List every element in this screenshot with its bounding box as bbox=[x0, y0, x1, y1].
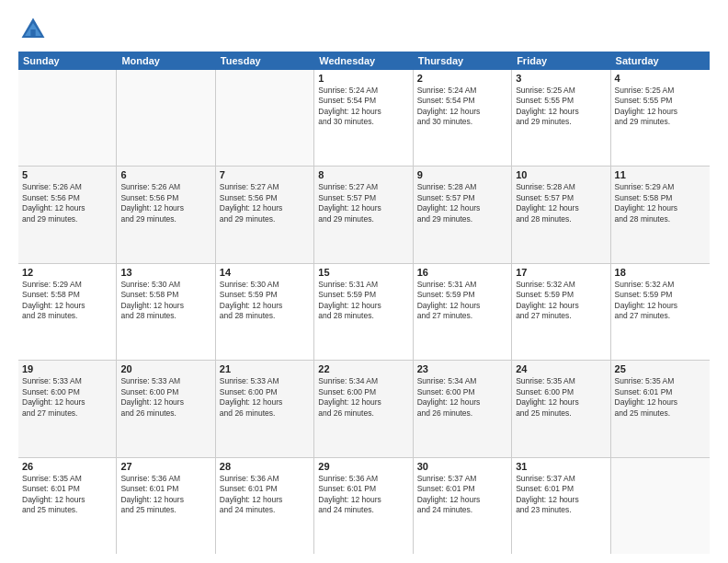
calendar-cell: 17Sunrise: 5:32 AM Sunset: 5:59 PM Dayli… bbox=[512, 264, 610, 360]
calendar-cell: 13Sunrise: 5:30 AM Sunset: 5:58 PM Dayli… bbox=[117, 264, 215, 360]
day-info: Sunrise: 5:28 AM Sunset: 5:57 PM Dayligh… bbox=[417, 182, 507, 224]
day-info: Sunrise: 5:37 AM Sunset: 6:01 PM Dayligh… bbox=[417, 474, 507, 516]
calendar-body: 1Sunrise: 5:24 AM Sunset: 5:54 PM Daylig… bbox=[18, 70, 710, 554]
day-number: 26 bbox=[22, 461, 112, 472]
day-info: Sunrise: 5:33 AM Sunset: 6:00 PM Dayligh… bbox=[220, 376, 310, 419]
day-number: 25 bbox=[615, 363, 706, 374]
header-thursday: Thursday bbox=[414, 52, 512, 70]
day-info: Sunrise: 5:36 AM Sunset: 6:01 PM Dayligh… bbox=[318, 474, 408, 516]
calendar-cell: 10Sunrise: 5:28 AM Sunset: 5:57 PM Dayli… bbox=[512, 167, 610, 262]
calendar-cell: 6Sunrise: 5:26 AM Sunset: 5:56 PM Daylig… bbox=[117, 167, 215, 262]
calendar-cell: 15Sunrise: 5:31 AM Sunset: 5:59 PM Dayli… bbox=[314, 264, 413, 360]
calendar-cell: 1Sunrise: 5:24 AM Sunset: 5:54 PM Daylig… bbox=[314, 70, 413, 166]
day-info: Sunrise: 5:27 AM Sunset: 5:56 PM Dayligh… bbox=[220, 182, 310, 224]
header-monday: Monday bbox=[117, 52, 215, 70]
day-info: Sunrise: 5:33 AM Sunset: 6:00 PM Dayligh… bbox=[120, 376, 210, 419]
calendar-cell: 27Sunrise: 5:36 AM Sunset: 6:01 PM Dayli… bbox=[117, 458, 215, 554]
day-number: 24 bbox=[516, 363, 606, 374]
calendar-cell: 14Sunrise: 5:30 AM Sunset: 5:59 PM Dayli… bbox=[216, 264, 314, 360]
day-info: Sunrise: 5:35 AM Sunset: 6:01 PM Dayligh… bbox=[22, 474, 112, 516]
day-number: 27 bbox=[120, 461, 210, 472]
calendar-cell: 12Sunrise: 5:29 AM Sunset: 5:58 PM Dayli… bbox=[18, 264, 117, 360]
calendar-cell: 23Sunrise: 5:34 AM Sunset: 6:00 PM Dayli… bbox=[414, 361, 512, 456]
day-info: Sunrise: 5:37 AM Sunset: 6:01 PM Dayligh… bbox=[516, 474, 606, 516]
day-number: 1 bbox=[318, 73, 408, 84]
day-number: 10 bbox=[516, 169, 606, 180]
calendar-week-3: 12Sunrise: 5:29 AM Sunset: 5:58 PM Dayli… bbox=[18, 264, 710, 361]
day-number: 15 bbox=[318, 267, 408, 278]
day-number: 22 bbox=[318, 363, 408, 374]
header-wednesday: Wednesday bbox=[314, 52, 413, 70]
day-info: Sunrise: 5:34 AM Sunset: 6:00 PM Dayligh… bbox=[318, 376, 408, 419]
calendar-cell: 28Sunrise: 5:36 AM Sunset: 6:01 PM Dayli… bbox=[216, 458, 314, 554]
day-number: 11 bbox=[615, 169, 706, 180]
day-info: Sunrise: 5:32 AM Sunset: 5:59 PM Dayligh… bbox=[516, 280, 606, 322]
calendar-cell: 11Sunrise: 5:29 AM Sunset: 5:58 PM Dayli… bbox=[611, 167, 710, 262]
day-number: 20 bbox=[120, 363, 210, 374]
calendar-cell: 16Sunrise: 5:31 AM Sunset: 5:59 PM Dayli… bbox=[414, 264, 512, 360]
day-info: Sunrise: 5:24 AM Sunset: 5:54 PM Dayligh… bbox=[318, 86, 408, 128]
day-number: 5 bbox=[22, 169, 112, 180]
calendar: Sunday Monday Tuesday Wednesday Thursday… bbox=[18, 52, 710, 554]
calendar-cell bbox=[18, 70, 117, 166]
logo bbox=[18, 15, 51, 44]
day-info: Sunrise: 5:34 AM Sunset: 6:00 PM Dayligh… bbox=[417, 376, 507, 419]
calendar-cell bbox=[216, 70, 314, 166]
calendar-header: Sunday Monday Tuesday Wednesday Thursday… bbox=[18, 52, 710, 70]
header-sunday: Sunday bbox=[18, 52, 117, 70]
header bbox=[18, 15, 710, 44]
day-info: Sunrise: 5:25 AM Sunset: 5:55 PM Dayligh… bbox=[615, 86, 706, 128]
day-number: 31 bbox=[516, 461, 606, 472]
day-number: 29 bbox=[318, 461, 408, 472]
calendar-cell: 24Sunrise: 5:35 AM Sunset: 6:00 PM Dayli… bbox=[512, 361, 610, 456]
header-friday: Friday bbox=[512, 52, 610, 70]
calendar-cell: 22Sunrise: 5:34 AM Sunset: 6:00 PM Dayli… bbox=[314, 361, 413, 456]
day-number: 19 bbox=[22, 363, 112, 374]
day-number: 14 bbox=[220, 267, 310, 278]
day-number: 16 bbox=[417, 267, 507, 278]
day-info: Sunrise: 5:25 AM Sunset: 5:55 PM Dayligh… bbox=[516, 86, 606, 128]
day-info: Sunrise: 5:27 AM Sunset: 5:57 PM Dayligh… bbox=[318, 182, 408, 224]
calendar-week-1: 1Sunrise: 5:24 AM Sunset: 5:54 PM Daylig… bbox=[18, 70, 710, 167]
calendar-cell: 19Sunrise: 5:33 AM Sunset: 6:00 PM Dayli… bbox=[18, 361, 117, 456]
day-info: Sunrise: 5:30 AM Sunset: 5:58 PM Dayligh… bbox=[120, 280, 210, 322]
calendar-cell: 31Sunrise: 5:37 AM Sunset: 6:01 PM Dayli… bbox=[512, 458, 610, 554]
calendar-cell: 3Sunrise: 5:25 AM Sunset: 5:55 PM Daylig… bbox=[512, 70, 610, 166]
day-number: 30 bbox=[417, 461, 507, 472]
calendar-week-4: 19Sunrise: 5:33 AM Sunset: 6:00 PM Dayli… bbox=[18, 361, 710, 457]
calendar-cell: 4Sunrise: 5:25 AM Sunset: 5:55 PM Daylig… bbox=[611, 70, 710, 166]
day-number: 12 bbox=[22, 267, 112, 278]
calendar-cell: 5Sunrise: 5:26 AM Sunset: 5:56 PM Daylig… bbox=[18, 167, 117, 262]
calendar-cell bbox=[611, 458, 710, 554]
header-tuesday: Tuesday bbox=[216, 52, 314, 70]
calendar-cell: 7Sunrise: 5:27 AM Sunset: 5:56 PM Daylig… bbox=[216, 167, 314, 262]
day-info: Sunrise: 5:31 AM Sunset: 5:59 PM Dayligh… bbox=[318, 280, 408, 322]
day-info: Sunrise: 5:30 AM Sunset: 5:59 PM Dayligh… bbox=[220, 280, 310, 322]
day-info: Sunrise: 5:28 AM Sunset: 5:57 PM Dayligh… bbox=[516, 182, 606, 224]
day-number: 7 bbox=[220, 169, 310, 180]
logo-icon bbox=[18, 15, 48, 44]
svg-rect-2 bbox=[30, 29, 35, 38]
day-number: 8 bbox=[318, 169, 408, 180]
calendar-cell: 25Sunrise: 5:35 AM Sunset: 6:01 PM Dayli… bbox=[611, 361, 710, 456]
day-info: Sunrise: 5:35 AM Sunset: 6:01 PM Dayligh… bbox=[615, 376, 706, 419]
calendar-cell bbox=[117, 70, 215, 166]
calendar-cell: 20Sunrise: 5:33 AM Sunset: 6:00 PM Dayli… bbox=[117, 361, 215, 456]
day-info: Sunrise: 5:29 AM Sunset: 5:58 PM Dayligh… bbox=[615, 182, 706, 224]
day-number: 28 bbox=[220, 461, 310, 472]
calendar-cell: 8Sunrise: 5:27 AM Sunset: 5:57 PM Daylig… bbox=[314, 167, 413, 262]
calendar-cell: 21Sunrise: 5:33 AM Sunset: 6:00 PM Dayli… bbox=[216, 361, 314, 456]
day-number: 18 bbox=[615, 267, 706, 278]
day-number: 21 bbox=[220, 363, 310, 374]
day-info: Sunrise: 5:26 AM Sunset: 5:56 PM Dayligh… bbox=[120, 182, 210, 224]
day-info: Sunrise: 5:35 AM Sunset: 6:00 PM Dayligh… bbox=[516, 376, 606, 419]
day-info: Sunrise: 5:32 AM Sunset: 5:59 PM Dayligh… bbox=[615, 280, 706, 322]
day-number: 23 bbox=[417, 363, 507, 374]
calendar-week-5: 26Sunrise: 5:35 AM Sunset: 6:01 PM Dayli… bbox=[18, 458, 710, 554]
day-number: 13 bbox=[120, 267, 210, 278]
day-number: 4 bbox=[615, 73, 706, 84]
calendar-cell: 9Sunrise: 5:28 AM Sunset: 5:57 PM Daylig… bbox=[414, 167, 512, 262]
calendar-cell: 29Sunrise: 5:36 AM Sunset: 6:01 PM Dayli… bbox=[314, 458, 413, 554]
day-number: 9 bbox=[417, 169, 507, 180]
day-number: 17 bbox=[516, 267, 606, 278]
